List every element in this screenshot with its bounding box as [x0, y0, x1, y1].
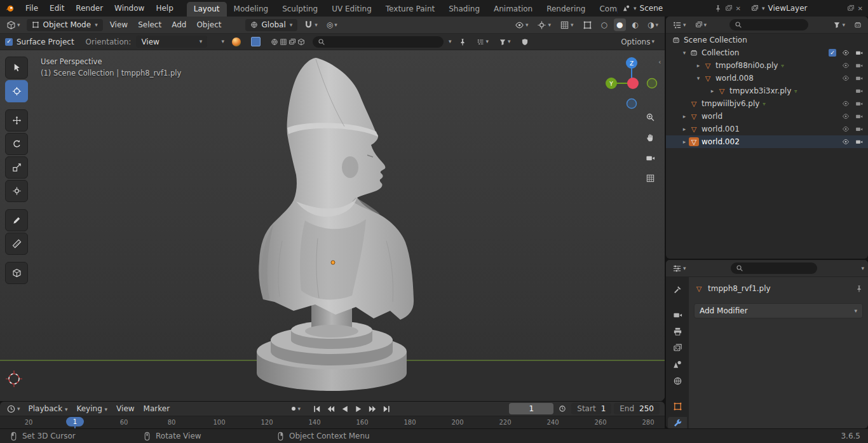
menu-render[interactable]: Render	[70, 4, 109, 13]
tab-shading[interactable]: Shading	[442, 2, 487, 17]
play-reverse-button[interactable]	[339, 403, 351, 414]
menu-playback[interactable]: Playback ▾	[25, 404, 71, 413]
search-options-icon[interactable]: ▾	[449, 39, 452, 44]
outliner-row-collection[interactable]: ▾ Collection ✓	[666, 46, 868, 59]
hide-eye-icon[interactable]	[842, 49, 850, 57]
tool-rotate[interactable]	[5, 133, 28, 155]
overlays-toggle[interactable]: ▾	[557, 18, 576, 31]
hide-eye-icon[interactable]	[842, 125, 850, 133]
outliner-search[interactable]	[729, 19, 808, 31]
expand-icon[interactable]: ▸	[680, 113, 689, 119]
tab-viewlayer-properties[interactable]	[668, 342, 687, 354]
navigation-gizmo[interactable]: Z Y	[599, 53, 665, 114]
frame-end-field[interactable]: End250	[614, 403, 660, 414]
tool-measure[interactable]	[5, 233, 28, 255]
outliner-display-mode-button[interactable]: ▾	[693, 18, 710, 31]
shading-solid-button[interactable]: ●	[614, 18, 625, 31]
outliner-search-input[interactable]	[745, 21, 803, 29]
gizmos-toggle[interactable]: ▾	[534, 18, 553, 31]
preview-range-clock-icon[interactable]	[556, 403, 569, 414]
tool-search[interactable]	[313, 36, 444, 48]
tab-compositing[interactable]: Compositing	[592, 2, 618, 17]
jump-to-start-button[interactable]	[311, 403, 323, 414]
shading-material-button[interactable]: ◐	[630, 18, 641, 31]
xray-toggle[interactable]	[580, 18, 595, 31]
outliner-row-object[interactable]: ▸ ▽ world	[666, 110, 868, 123]
disable-render-camera-icon[interactable]	[855, 138, 863, 146]
tab-texture-paint[interactable]: Texture Paint	[379, 2, 442, 17]
menu-object[interactable]: Object	[193, 20, 224, 29]
properties-search-input[interactable]	[747, 264, 812, 272]
unlink-scene-icon[interactable]: ✕	[736, 5, 741, 12]
hide-eye-icon[interactable]	[842, 74, 850, 82]
outliner-editor-type-button[interactable]: ▾	[670, 18, 689, 31]
hide-eye-icon[interactable]	[842, 62, 850, 69]
material-preview-icon[interactable]	[229, 36, 243, 48]
tool-move[interactable]	[5, 109, 28, 132]
expand-icon[interactable]: ▾	[680, 50, 689, 56]
menu-window[interactable]: Window	[109, 4, 150, 13]
gizmo-axis-x[interactable]	[627, 78, 639, 89]
menu-view[interactable]: View	[107, 20, 131, 29]
tool-add-cube[interactable]	[5, 262, 28, 284]
breadcrumb-object-name[interactable]: tmpph8_rvf1.ply	[708, 284, 851, 293]
tool-scale[interactable]	[5, 156, 28, 179]
shield-icon[interactable]	[519, 36, 531, 48]
disable-render-camera-icon[interactable]	[855, 62, 863, 69]
snap-toggle[interactable]: ▾	[301, 18, 320, 31]
tool-settings-icon-group[interactable]	[268, 36, 308, 48]
outliner-row-object[interactable]: ▸ ▽ tmpvxb3i3xr.ply ▿	[666, 85, 868, 97]
gizmo-axis-y-negative[interactable]	[648, 79, 657, 88]
disable-render-camera-icon[interactable]	[855, 100, 863, 107]
tab-render-properties[interactable]	[668, 309, 687, 321]
zoom-icon[interactable]	[642, 109, 658, 125]
tool-search-input[interactable]	[329, 38, 438, 46]
mode-dropdown[interactable]: Object Mode ▾	[27, 19, 103, 31]
tab-modeling[interactable]: Modeling	[227, 2, 276, 17]
menu-keying[interactable]: Keying ▾	[73, 404, 111, 413]
outliner-row-object[interactable]: ▸ ▽ world.001	[666, 123, 868, 135]
playhead[interactable]: 1	[66, 417, 84, 426]
viewport-3d-scene[interactable]	[0, 50, 665, 401]
disable-render-camera-icon[interactable]	[855, 112, 863, 120]
menu-add[interactable]: Add	[168, 20, 189, 29]
options-dropdown[interactable]: Options▾	[618, 36, 657, 48]
editor-type-button[interactable]: ▾	[4, 18, 23, 31]
disable-render-camera-icon[interactable]	[855, 49, 863, 57]
timeline-editor-type-button[interactable]: ▾	[4, 402, 23, 415]
expand-icon[interactable]: ▸	[680, 139, 689, 145]
disable-render-camera-icon[interactable]	[855, 87, 863, 95]
tool-cursor[interactable]	[5, 80, 28, 102]
outliner-row-object[interactable]: ▾ ▽ world.008	[666, 72, 868, 85]
shading-rendered-button[interactable]: ◑▾	[645, 18, 661, 31]
properties-search[interactable]	[731, 262, 817, 274]
proportional-editing-toggle[interactable]: ◎▾	[324, 18, 340, 31]
collection-checkbox[interactable]: ✓	[829, 49, 836, 57]
add-modifier-button[interactable]: Add Modifier ▾	[694, 303, 863, 318]
camera-view-icon[interactable]	[642, 149, 658, 166]
scene-selector[interactable]: ▾ Scene ✕	[618, 4, 746, 13]
menu-help[interactable]: Help	[150, 4, 179, 13]
tab-layout[interactable]: Layout	[187, 2, 227, 17]
hide-eye-icon[interactable]	[842, 100, 850, 107]
pin-icon[interactable]	[714, 4, 722, 12]
new-scene-icon[interactable]	[725, 4, 733, 12]
properties-editor-type-button[interactable]: ▾	[670, 262, 689, 275]
hide-eye-icon[interactable]	[842, 138, 850, 146]
image-tool-icon[interactable]	[248, 36, 263, 48]
new-collection-icon[interactable]	[851, 18, 864, 31]
shading-wireframe-button[interactable]: ○	[599, 18, 610, 31]
outliner-row-object-active[interactable]: ▸ ▽ world.002	[666, 135, 868, 148]
remove-viewlayer-icon[interactable]: ✕	[858, 5, 863, 12]
expand-icon[interactable]: ▾	[694, 75, 703, 81]
viewlayer-browse-icon[interactable]: ▾	[762, 6, 765, 11]
tab-rendering[interactable]: Rendering	[539, 2, 592, 17]
tab-sculpting[interactable]: Sculpting	[275, 2, 325, 17]
outliner-filter-icon[interactable]: ▾	[831, 18, 848, 31]
viewport-canvas[interactable]: User Perspective (1) Scene Collection | …	[0, 50, 665, 401]
expand-icon[interactable]: ▸	[708, 88, 717, 94]
list-view-icon[interactable]: ▾	[474, 36, 491, 48]
surface-project-checkbox[interactable]: ✓ Surface Project	[5, 37, 74, 46]
next-keyframe-button[interactable]	[367, 403, 379, 414]
current-frame-field[interactable]: 1	[509, 403, 553, 414]
